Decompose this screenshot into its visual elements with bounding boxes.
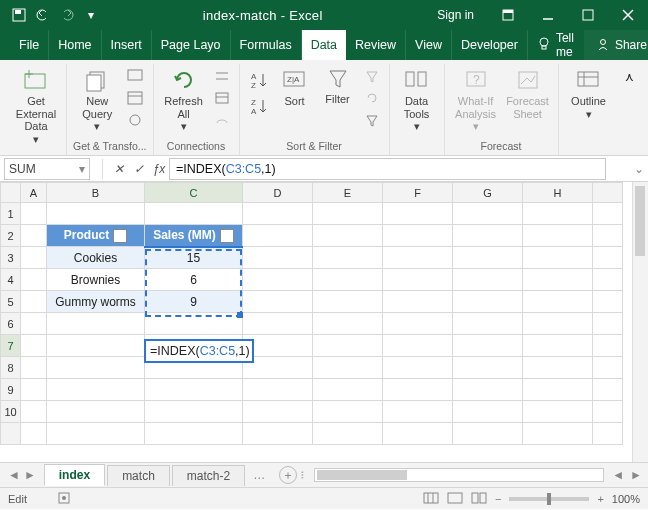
cell[interactable]: 15: [145, 247, 243, 269]
col-header[interactable]: G: [453, 183, 523, 203]
close-button[interactable]: [608, 0, 648, 30]
tab-view[interactable]: View: [406, 30, 452, 60]
ribbon-options-icon[interactable]: [488, 0, 528, 30]
advanced-filter-icon[interactable]: [361, 110, 383, 130]
save-icon[interactable]: [8, 4, 30, 26]
scroll-thumb[interactable]: [317, 470, 407, 480]
grid[interactable]: A B C D E F G H 1 2 Product▾ Sales (MM)▾…: [0, 182, 632, 462]
data-tools-button[interactable]: Data Tools ▾: [396, 64, 438, 133]
sort-desc-icon[interactable]: ZA: [246, 94, 272, 118]
more-sheets-icon[interactable]: …: [247, 468, 271, 482]
properties-icon[interactable]: [211, 88, 233, 108]
row-header[interactable]: [1, 423, 21, 445]
tab-insert[interactable]: Insert: [102, 30, 152, 60]
filter-dropdown-icon[interactable]: ▾: [220, 229, 234, 243]
horizontal-scrollbar[interactable]: [314, 468, 604, 482]
row-header[interactable]: 6: [1, 313, 21, 335]
cell[interactable]: 6: [145, 269, 243, 291]
zoom-knob[interactable]: [547, 493, 551, 505]
get-external-data-button[interactable]: Get External Data ▾: [12, 64, 60, 146]
add-sheet-button[interactable]: ＋: [279, 466, 297, 484]
tab-formulas[interactable]: Formulas: [231, 30, 302, 60]
tab-file[interactable]: File: [10, 30, 49, 60]
col-header[interactable]: A: [21, 183, 47, 203]
col-header[interactable]: H: [523, 183, 593, 203]
row-header[interactable]: 10: [1, 401, 21, 423]
chevron-down-icon[interactable]: ▾: [79, 162, 85, 176]
what-if-button[interactable]: ? What-If Analysis ▾: [451, 64, 501, 133]
qat-dropdown-icon[interactable]: ▾: [80, 4, 102, 26]
zoom-out-icon[interactable]: −: [495, 493, 501, 505]
from-table-icon[interactable]: [124, 88, 146, 108]
vertical-scrollbar[interactable]: [632, 182, 648, 462]
sort-asc-icon[interactable]: AZ: [246, 68, 272, 92]
row-header[interactable]: 2: [1, 225, 21, 247]
recent-sources-icon[interactable]: [124, 110, 146, 130]
scroll-right-icon[interactable]: ►: [630, 468, 648, 482]
formula-bar[interactable]: =INDEX(C3:C5,1): [169, 158, 606, 180]
filter-dropdown-icon[interactable]: ▾: [113, 229, 127, 243]
row-header[interactable]: 1: [1, 203, 21, 225]
collapse-ribbon-icon[interactable]: ⋏: [619, 64, 641, 155]
next-sheet-icon[interactable]: ►: [24, 468, 36, 482]
edit-links-icon[interactable]: [211, 110, 233, 130]
col-header[interactable]: C: [145, 183, 243, 203]
filter-button[interactable]: Filter: [318, 64, 358, 106]
tab-page-layout[interactable]: Page Layo: [152, 30, 231, 60]
outline-button[interactable]: Outline ▾: [565, 64, 613, 120]
enter-formula-icon[interactable]: ✓: [129, 162, 149, 176]
expand-formula-bar-icon[interactable]: ⌄: [630, 162, 648, 176]
prev-sheet-icon[interactable]: ◄: [8, 468, 20, 482]
page-layout-view-icon[interactable]: [447, 492, 463, 506]
tab-review[interactable]: Review: [346, 30, 406, 60]
tab-developer[interactable]: Developer: [452, 30, 528, 60]
col-header[interactable]: [593, 183, 623, 203]
tell-me[interactable]: Tell me: [528, 30, 584, 60]
col-header[interactable]: E: [313, 183, 383, 203]
cell[interactable]: Brownies: [47, 269, 145, 291]
row-header[interactable]: 4: [1, 269, 21, 291]
zoom-value[interactable]: 100%: [612, 493, 640, 505]
forecast-sheet-button[interactable]: Forecast Sheet: [504, 64, 552, 120]
share-button[interactable]: Share: [584, 30, 648, 60]
redo-icon[interactable]: [56, 4, 78, 26]
name-box[interactable]: SUM ▾: [4, 158, 90, 180]
connections-icon[interactable]: [211, 66, 233, 86]
tab-data[interactable]: Data: [302, 30, 346, 60]
zoom-slider[interactable]: [509, 497, 589, 501]
active-cell[interactable]: =INDEX(C3:C5,1): [145, 340, 253, 362]
macro-recorder-icon[interactable]: [57, 491, 71, 507]
minimize-button[interactable]: [528, 0, 568, 30]
maximize-button[interactable]: [568, 0, 608, 30]
normal-view-icon[interactable]: [423, 492, 439, 506]
row-header[interactable]: 9: [1, 379, 21, 401]
fx-icon[interactable]: ƒx: [149, 162, 169, 176]
tab-home[interactable]: Home: [49, 30, 101, 60]
select-all-cell[interactable]: [1, 183, 21, 203]
undo-icon[interactable]: [32, 4, 54, 26]
reapply-icon[interactable]: [361, 88, 383, 108]
sort-button[interactable]: Z|A Sort: [275, 64, 315, 108]
table-header-product[interactable]: Product▾: [47, 225, 145, 247]
row-header[interactable]: 8: [1, 357, 21, 379]
new-query-button[interactable]: New Query ▾: [73, 64, 121, 133]
row-header[interactable]: 3: [1, 247, 21, 269]
sheet-tab-match-2[interactable]: match-2: [172, 465, 245, 486]
col-header[interactable]: B: [47, 183, 145, 203]
page-break-view-icon[interactable]: [471, 492, 487, 506]
cell[interactable]: 9: [145, 291, 243, 313]
show-queries-icon[interactable]: [124, 66, 146, 86]
sheet-tab-match[interactable]: match: [107, 465, 170, 486]
zoom-in-icon[interactable]: +: [597, 493, 603, 505]
cancel-formula-icon[interactable]: ✕: [109, 162, 129, 176]
col-header[interactable]: F: [383, 183, 453, 203]
cell[interactable]: Gummy worms: [47, 291, 145, 313]
cell[interactable]: Cookies: [47, 247, 145, 269]
row-header[interactable]: 7: [1, 335, 21, 357]
scroll-left-icon[interactable]: ◄: [612, 468, 630, 482]
refresh-all-button[interactable]: Refresh All ▾: [160, 64, 208, 133]
sign-in-link[interactable]: Sign in: [423, 8, 488, 22]
scroll-thumb[interactable]: [635, 186, 645, 256]
sheet-tab-index[interactable]: index: [44, 464, 105, 486]
clear-filter-icon[interactable]: [361, 66, 383, 86]
